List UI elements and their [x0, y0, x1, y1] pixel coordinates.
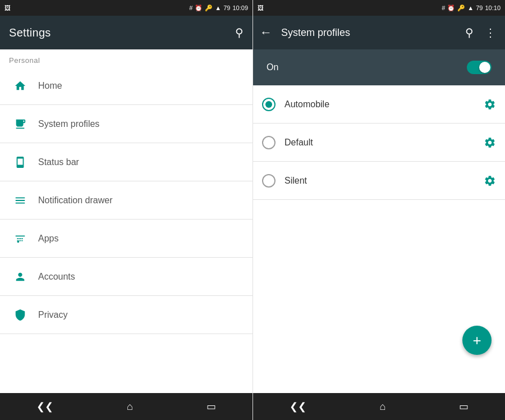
system-profiles-icon — [9, 118, 31, 130]
right-status-icons-right: # ⏰ 🔑 ▲ 79 10:10 — [442, 4, 501, 12]
menu-label-privacy: Privacy — [38, 310, 67, 320]
menu-label-notification-drawer: Notification drawer — [38, 195, 113, 206]
menu-label-accounts: Accounts — [38, 272, 75, 282]
menu-item-home[interactable]: Home — [0, 67, 252, 105]
menu-item-privacy[interactable]: Privacy — [0, 296, 252, 334]
battery-percent: 79 — [223, 4, 230, 11]
right-photo-icon: 🖼 — [258, 4, 264, 11]
right-status-bar: 🖼 # ⏰ 🔑 ▲ 79 10:10 — [253, 0, 505, 16]
toggle-label: On — [267, 62, 278, 72]
section-header-personal: Personal — [0, 49, 252, 67]
accounts-icon — [9, 271, 31, 283]
left-toolbar: Settings ⚲ — [0, 16, 252, 49]
left-toolbar-title: Settings — [9, 26, 51, 39]
privacy-icon — [9, 309, 31, 321]
right-nav-back-icon[interactable]: ❮❮ — [290, 400, 306, 413]
home-icon — [9, 80, 31, 92]
hash-icon: # — [189, 4, 192, 11]
gear-icon-automobile[interactable] — [484, 98, 496, 111]
left-nav-recents-icon[interactable]: ▭ — [206, 400, 216, 413]
time-left: 10:09 — [232, 4, 248, 11]
notification-drawer-icon — [9, 194, 31, 207]
left-nav-bar: ❮❮ ⌂ ▭ — [0, 393, 252, 420]
right-key-icon: 🔑 — [457, 4, 465, 12]
right-content: Automobile Default Silent + — [253, 85, 505, 393]
profile-item-silent[interactable]: Silent — [253, 162, 505, 200]
menu-label-apps: Apps — [38, 234, 58, 244]
right-nav-home-icon[interactable]: ⌂ — [380, 401, 386, 413]
search-icon[interactable]: ⚲ — [235, 26, 244, 39]
signal-icon: ▲ — [215, 4, 221, 11]
left-nav-home-icon[interactable]: ⌂ — [127, 401, 133, 413]
left-panel: 🖼 # ⏰ 🔑 ▲ 79 10:09 Settings ⚲ Personal H… — [0, 0, 252, 420]
gear-icon-silent[interactable] — [484, 175, 496, 187]
menu-item-accounts[interactable]: Accounts — [0, 258, 252, 296]
radio-default[interactable] — [262, 136, 276, 149]
right-battery-percent: 79 — [476, 4, 483, 11]
right-nav-recents-icon[interactable]: ▭ — [459, 400, 469, 413]
menu-label-home: Home — [38, 81, 62, 91]
right-search-icon[interactable]: ⚲ — [461, 21, 478, 44]
radio-silent[interactable] — [262, 174, 276, 188]
menu-item-apps[interactable]: Apps — [0, 220, 252, 258]
menu-item-system-profiles[interactable]: System profiles — [0, 105, 252, 143]
profile-label-default: Default — [284, 138, 484, 148]
profile-label-silent: Silent — [284, 176, 484, 186]
menu-label-status-bar: Status bar — [38, 157, 79, 167]
radio-automobile[interactable] — [262, 98, 276, 111]
menu-item-status-bar[interactable]: Status bar — [0, 143, 252, 181]
right-toolbar-icons: ⚲ ⋮ — [461, 21, 501, 44]
right-time: 10:10 — [485, 4, 501, 11]
right-nav-bar: ❮❮ ⌂ ▭ — [253, 393, 505, 420]
left-nav-back-icon[interactable]: ❮❮ — [36, 400, 53, 413]
right-alarm-icon: ⏰ — [447, 4, 455, 12]
key-icon: 🔑 — [205, 4, 213, 12]
profile-item-default[interactable]: Default — [253, 124, 505, 162]
toggle-row: On — [253, 49, 505, 85]
menu-label-system-profiles: System profiles — [38, 119, 99, 129]
menu-item-notification-drawer[interactable]: Notification drawer — [0, 181, 252, 220]
left-status-icons-right: # ⏰ 🔑 ▲ 79 10:09 — [189, 4, 248, 12]
toggle-switch[interactable] — [467, 61, 492, 74]
apps-icon — [9, 232, 31, 245]
profile-label-automobile: Automobile — [284, 99, 484, 109]
fab-add-profile[interactable]: + — [462, 326, 492, 355]
gear-icon-default[interactable] — [484, 136, 496, 149]
right-status-icons-left: 🖼 — [258, 4, 264, 11]
back-icon[interactable]: ← — [255, 21, 277, 44]
right-hash-icon: # — [442, 4, 445, 11]
right-panel: 🖼 # ⏰ 🔑 ▲ 79 10:10 ← System profiles ⚲ ⋮… — [252, 0, 505, 420]
status-bar-icon — [9, 156, 31, 168]
right-signal-icon: ▲ — [467, 4, 474, 11]
profile-item-automobile[interactable]: Automobile — [253, 85, 505, 124]
alarm-icon: ⏰ — [195, 4, 203, 12]
right-toolbar-title: System profiles — [281, 27, 456, 39]
left-status-icons-left: 🖼 — [4, 4, 11, 11]
photo-icon: 🖼 — [4, 4, 11, 11]
more-options-icon[interactable]: ⋮ — [480, 21, 501, 44]
right-toolbar: ← System profiles ⚲ ⋮ — [253, 16, 505, 49]
left-status-bar: 🖼 # ⏰ 🔑 ▲ 79 10:09 — [0, 0, 252, 16]
